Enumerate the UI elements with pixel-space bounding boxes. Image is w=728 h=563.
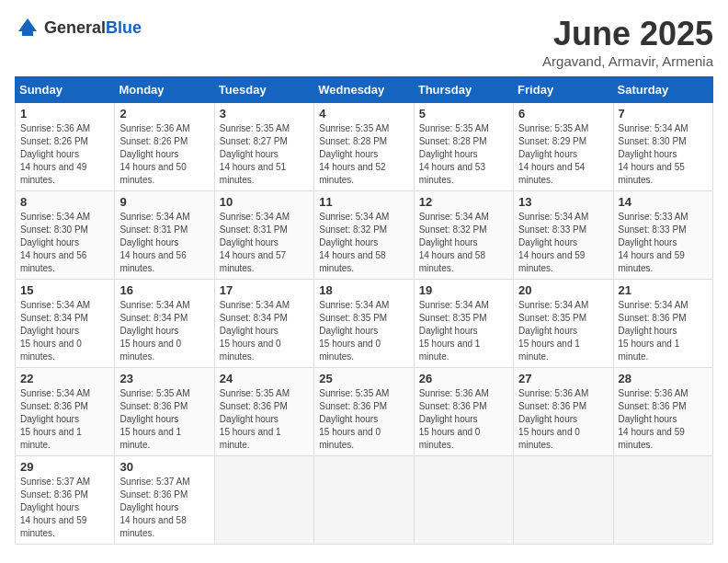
calendar-cell: 10Sunrise: 5:34 AMSunset: 8:31 PMDayligh… — [214, 191, 313, 280]
calendar-cell: 29Sunrise: 5:37 AMSunset: 8:36 PMDayligh… — [16, 456, 115, 545]
weekday-header-monday: Monday — [115, 77, 214, 103]
day-detail: Sunrise: 5:34 AMSunset: 8:30 PMDaylight … — [20, 211, 109, 275]
day-detail: Sunrise: 5:37 AMSunset: 8:36 PMDaylight … — [20, 476, 109, 540]
day-detail: Sunrise: 5:34 AMSunset: 8:30 PMDaylight … — [619, 122, 708, 187]
logo: GeneralBlue — [15, 15, 142, 40]
day-number: 7 — [619, 107, 708, 121]
calendar-cell: 30Sunrise: 5:37 AMSunset: 8:36 PMDayligh… — [115, 456, 214, 545]
calendar-cell: 25Sunrise: 5:35 AMSunset: 8:36 PMDayligh… — [314, 368, 414, 456]
day-detail: Sunrise: 5:36 AMSunset: 8:36 PMDaylight … — [419, 387, 508, 452]
day-detail: Sunrise: 5:36 AMSunset: 8:36 PMDaylight … — [518, 387, 608, 452]
day-number: 21 — [619, 283, 708, 297]
day-number: 2 — [119, 107, 209, 121]
calendar-cell: 2Sunrise: 5:36 AMSunset: 8:26 PMDaylight… — [115, 103, 214, 191]
logo-general: General — [44, 18, 106, 37]
day-number: 11 — [319, 195, 408, 209]
location-title: Argavand, Armavir, Armenia — [542, 53, 713, 69]
calendar-cell: 24Sunrise: 5:35 AMSunset: 8:36 PMDayligh… — [214, 368, 313, 456]
day-detail: Sunrise: 5:33 AMSunset: 8:33 PMDaylight … — [619, 211, 708, 275]
calendar-cell: 17Sunrise: 5:34 AMSunset: 8:34 PMDayligh… — [214, 280, 313, 368]
day-detail: Sunrise: 5:34 AMSunset: 8:33 PMDaylight … — [518, 211, 608, 275]
calendar-cell: 5Sunrise: 5:35 AMSunset: 8:28 PMDaylight… — [414, 103, 513, 191]
day-number: 24 — [220, 372, 309, 385]
day-detail: Sunrise: 5:34 AMSunset: 8:34 PMDaylight … — [220, 299, 309, 363]
day-detail: Sunrise: 5:34 AMSunset: 8:34 PMDaylight … — [20, 299, 109, 363]
day-detail: Sunrise: 5:34 AMSunset: 8:32 PMDaylight … — [319, 211, 408, 275]
day-number: 29 — [20, 460, 109, 474]
calendar-cell: 12Sunrise: 5:34 AMSunset: 8:32 PMDayligh… — [414, 191, 513, 280]
calendar-cell: 15Sunrise: 5:34 AMSunset: 8:34 PMDayligh… — [16, 280, 115, 368]
day-detail: Sunrise: 5:35 AMSunset: 8:36 PMDaylight … — [220, 387, 309, 452]
calendar-row: 29Sunrise: 5:37 AMSunset: 8:36 PMDayligh… — [16, 456, 713, 545]
calendar-cell: 18Sunrise: 5:34 AMSunset: 8:35 PMDayligh… — [314, 280, 414, 368]
day-number: 10 — [220, 195, 309, 209]
day-number: 23 — [119, 372, 209, 385]
day-number: 19 — [419, 283, 508, 297]
day-number: 16 — [119, 283, 209, 297]
day-number: 1 — [20, 107, 109, 121]
day-detail: Sunrise: 5:34 AMSunset: 8:31 PMDaylight … — [220, 211, 309, 275]
calendar-cell: 21Sunrise: 5:34 AMSunset: 8:36 PMDayligh… — [613, 280, 712, 368]
calendar-cell: 23Sunrise: 5:35 AMSunset: 8:36 PMDayligh… — [115, 368, 214, 456]
day-detail: Sunrise: 5:35 AMSunset: 8:29 PMDaylight … — [518, 122, 608, 187]
day-number: 3 — [220, 107, 309, 121]
calendar-cell: 22Sunrise: 5:34 AMSunset: 8:36 PMDayligh… — [16, 368, 115, 456]
calendar-row: 1Sunrise: 5:36 AMSunset: 8:26 PMDaylight… — [16, 103, 713, 191]
calendar-cell: 13Sunrise: 5:34 AMSunset: 8:33 PMDayligh… — [514, 191, 613, 280]
calendar-cell: 1Sunrise: 5:36 AMSunset: 8:26 PMDaylight… — [16, 103, 115, 191]
calendar-cell — [314, 456, 414, 545]
day-number: 8 — [20, 195, 109, 209]
calendar-cell — [514, 456, 613, 545]
day-detail: Sunrise: 5:35 AMSunset: 8:36 PMDaylight … — [319, 387, 408, 452]
day-detail: Sunrise: 5:34 AMSunset: 8:34 PMDaylight … — [119, 299, 209, 363]
day-detail: Sunrise: 5:36 AMSunset: 8:36 PMDaylight … — [619, 387, 708, 452]
calendar-cell: 4Sunrise: 5:35 AMSunset: 8:28 PMDaylight… — [314, 103, 414, 191]
calendar-cell: 28Sunrise: 5:36 AMSunset: 8:36 PMDayligh… — [613, 368, 712, 456]
day-detail: Sunrise: 5:35 AMSunset: 8:27 PMDaylight … — [220, 122, 309, 187]
day-number: 17 — [220, 283, 309, 297]
day-number: 14 — [619, 195, 708, 209]
title-area: June 2025 Argavand, Armavir, Armenia — [542, 15, 713, 69]
day-detail: Sunrise: 5:34 AMSunset: 8:35 PMDaylight … — [518, 299, 608, 363]
calendar-cell: 27Sunrise: 5:36 AMSunset: 8:36 PMDayligh… — [514, 368, 613, 456]
calendar-cell: 9Sunrise: 5:34 AMSunset: 8:31 PMDaylight… — [115, 191, 214, 280]
day-number: 4 — [319, 107, 408, 121]
day-detail: Sunrise: 5:36 AMSunset: 8:26 PMDaylight … — [119, 122, 209, 187]
weekday-header-saturday: Saturday — [613, 77, 712, 103]
calendar-table: SundayMondayTuesdayWednesdayThursdayFrid… — [15, 76, 713, 545]
header: GeneralBlue June 2025 Argavand, Armavir,… — [15, 15, 713, 69]
calendar-cell: 26Sunrise: 5:36 AMSunset: 8:36 PMDayligh… — [414, 368, 513, 456]
svg-rect-2 — [22, 31, 33, 36]
calendar-cell: 11Sunrise: 5:34 AMSunset: 8:32 PMDayligh… — [314, 191, 414, 280]
day-number: 22 — [20, 372, 109, 385]
day-number: 15 — [20, 283, 109, 297]
day-detail: Sunrise: 5:35 AMSunset: 8:36 PMDaylight … — [119, 387, 209, 452]
calendar-row: 8Sunrise: 5:34 AMSunset: 8:30 PMDaylight… — [16, 191, 713, 280]
day-number: 20 — [518, 283, 608, 297]
weekday-header-thursday: Thursday — [414, 77, 513, 103]
day-number: 13 — [518, 195, 608, 209]
calendar-cell — [613, 456, 712, 545]
calendar-cell: 6Sunrise: 5:35 AMSunset: 8:29 PMDaylight… — [514, 103, 613, 191]
weekday-header-friday: Friday — [514, 77, 613, 103]
calendar-cell: 20Sunrise: 5:34 AMSunset: 8:35 PMDayligh… — [514, 280, 613, 368]
day-detail: Sunrise: 5:34 AMSunset: 8:32 PMDaylight … — [419, 211, 508, 275]
calendar-cell: 8Sunrise: 5:34 AMSunset: 8:30 PMDaylight… — [16, 191, 115, 280]
day-detail: Sunrise: 5:37 AMSunset: 8:36 PMDaylight … — [119, 476, 209, 540]
calendar-cell — [414, 456, 513, 545]
svg-marker-1 — [18, 18, 37, 31]
day-detail: Sunrise: 5:34 AMSunset: 8:35 PMDaylight … — [419, 299, 508, 363]
day-number: 12 — [419, 195, 508, 209]
day-detail: Sunrise: 5:34 AMSunset: 8:35 PMDaylight … — [319, 299, 408, 363]
weekday-header-wednesday: Wednesday — [314, 77, 414, 103]
weekday-header-tuesday: Tuesday — [214, 77, 313, 103]
calendar-cell: 3Sunrise: 5:35 AMSunset: 8:27 PMDaylight… — [214, 103, 313, 191]
weekday-header-row: SundayMondayTuesdayWednesdayThursdayFrid… — [16, 77, 713, 103]
day-number: 6 — [518, 107, 608, 121]
logo-blue: Blue — [106, 18, 142, 37]
calendar-cell: 14Sunrise: 5:33 AMSunset: 8:33 PMDayligh… — [613, 191, 712, 280]
day-number: 27 — [518, 372, 608, 385]
logo-icon — [15, 15, 40, 40]
day-number: 5 — [419, 107, 508, 121]
day-number: 30 — [119, 460, 209, 474]
